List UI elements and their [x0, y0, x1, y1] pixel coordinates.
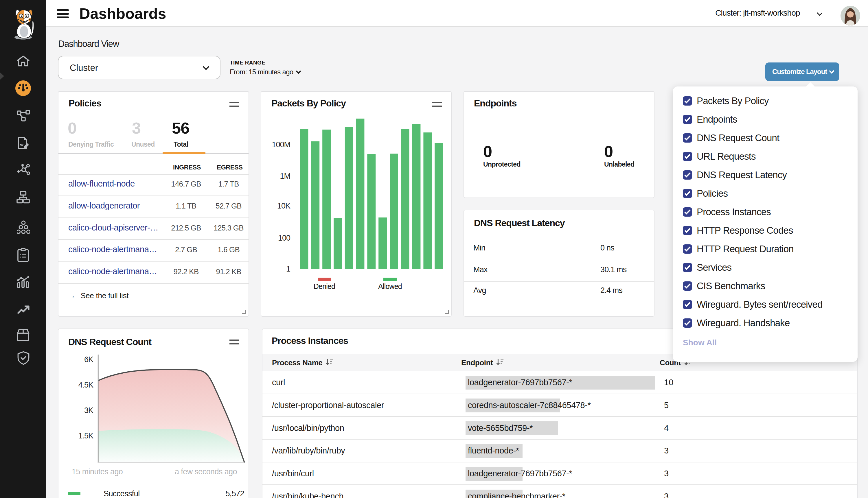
svg-text:Allowed: Allowed [378, 282, 402, 290]
svg-text:6K: 6K [84, 355, 93, 364]
svg-text:5,572: 5,572 [225, 489, 244, 498]
svg-text:4.5K: 4.5K [78, 381, 93, 389]
svg-text:100: 100 [278, 234, 290, 243]
svg-text:1.5K: 1.5K [78, 432, 93, 440]
svg-text:a few seconds ago: a few seconds ago [175, 467, 237, 476]
svg-text:100M: 100M [272, 140, 290, 149]
svg-text:1M: 1M [280, 172, 290, 181]
svg-text:Successful: Successful [104, 489, 140, 498]
svg-text:Denied: Denied [314, 282, 335, 290]
svg-text:15 minutes ago: 15 minutes ago [72, 467, 123, 476]
svg-text:1: 1 [286, 265, 290, 273]
svg-text:3K: 3K [84, 406, 93, 415]
svg-text:10K: 10K [277, 201, 290, 210]
